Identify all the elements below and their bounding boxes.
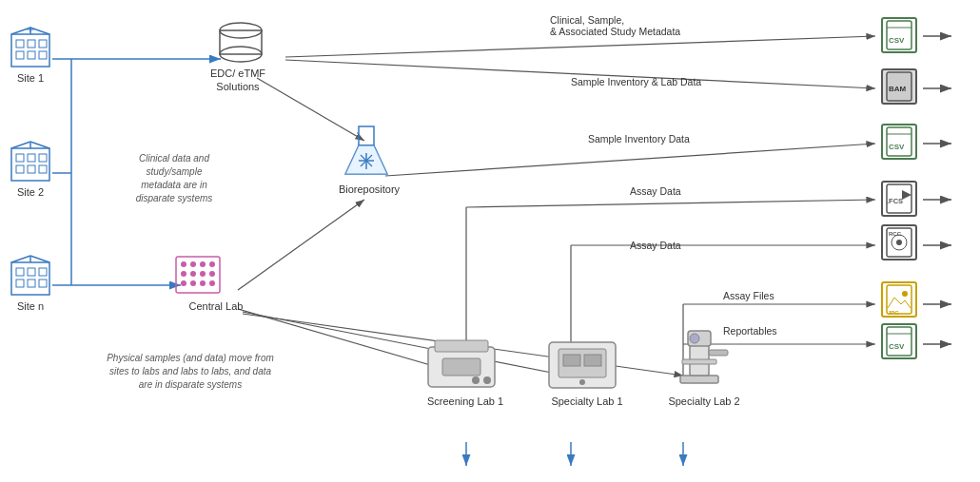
building-icon <box>10 255 51 297</box>
flow-label-assay-files: Assay Files <box>723 290 774 301</box>
csv-icon: CSV <box>885 325 913 357</box>
site2-label: Site 2 <box>17 185 44 199</box>
svg-point-92 <box>483 376 491 384</box>
svg-rect-55 <box>11 262 49 295</box>
svg-line-17 <box>385 144 875 176</box>
svg-point-120 <box>902 291 908 297</box>
svg-rect-59 <box>16 280 24 287</box>
svg-rect-34 <box>16 40 24 48</box>
svg-rect-61 <box>39 280 47 287</box>
svg-point-77 <box>190 261 196 267</box>
svg-line-63 <box>30 256 49 262</box>
svg-rect-96 <box>584 355 601 366</box>
svg-point-82 <box>200 271 206 277</box>
svg-rect-60 <box>28 280 35 287</box>
svg-line-11 <box>243 312 566 376</box>
biorepository-label: Biorepository <box>331 183 407 196</box>
biorepository-icon <box>338 122 395 182</box>
specialty-lab1-machine-icon <box>544 337 620 390</box>
svg-rect-39 <box>39 51 47 59</box>
file-badge-csv1: CSV <box>881 17 917 53</box>
diagram: Site 1 Site 2 Si <box>0 0 980 482</box>
edc-icon <box>217 21 265 67</box>
jpg-icon: JPG <box>885 283 913 316</box>
svg-point-85 <box>190 280 196 286</box>
svg-rect-46 <box>16 154 24 162</box>
svg-rect-45 <box>11 148 49 181</box>
svg-line-62 <box>11 256 30 262</box>
svg-rect-57 <box>28 268 35 276</box>
clinical-data-note: Clinical data andstudy/samplemetadata ar… <box>103 152 245 205</box>
svg-rect-101 <box>709 350 728 356</box>
database-icon <box>217 21 265 64</box>
file-badge-csv2: CSV <box>881 124 917 160</box>
svg-point-78 <box>200 261 206 267</box>
svg-point-87 <box>209 280 215 286</box>
svg-rect-122 <box>887 327 911 356</box>
svg-point-117 <box>896 240 902 245</box>
svg-point-84 <box>181 280 186 286</box>
csv-icon: CSV <box>885 125 913 158</box>
svg-marker-114 <box>902 190 911 200</box>
svg-rect-58 <box>39 268 47 276</box>
rcc-icon: RCC <box>885 226 913 259</box>
svg-line-9 <box>238 200 364 290</box>
svg-rect-56 <box>16 268 24 276</box>
flow-label-assay-data-2: Assay Data <box>630 240 681 251</box>
specialty-lab1-icon <box>544 337 620 393</box>
site1-label: Site 1 <box>17 71 44 85</box>
building-icon <box>10 27 51 68</box>
central-lab-icon <box>174 255 222 300</box>
svg-text:CSV: CSV <box>889 143 905 151</box>
svg-text:CSV: CSV <box>889 342 905 351</box>
svg-line-20 <box>466 200 875 207</box>
svg-rect-37 <box>16 51 24 59</box>
svg-point-81 <box>190 271 196 277</box>
siten-label: Site n <box>17 299 44 313</box>
specialty-lab1-label: Specialty Lab 1 <box>544 395 630 408</box>
svg-line-52 <box>11 142 30 148</box>
file-badge-csv3: CSV <box>881 323 917 359</box>
edc-label: EDC/ eTMF Solutions <box>190 67 285 94</box>
csv-icon: CSV <box>885 19 913 51</box>
svg-rect-48 <box>39 154 47 162</box>
svg-rect-66 <box>220 30 262 54</box>
flow-label-clinical-metadata: Clinical, Sample,& Associated Study Meta… <box>550 14 680 37</box>
file-badge-fcs: .FCS <box>881 181 917 217</box>
siten-icon <box>10 255 51 297</box>
svg-rect-89 <box>435 340 488 352</box>
svg-rect-47 <box>28 154 35 162</box>
svg-rect-38 <box>28 51 35 59</box>
central-lab-label: Central Lab <box>183 299 249 313</box>
svg-rect-51 <box>39 165 47 173</box>
svg-point-83 <box>209 271 215 277</box>
svg-point-80 <box>181 271 186 277</box>
screening-lab1-icon <box>423 337 500 393</box>
fcs-icon: .FCS <box>885 183 913 215</box>
svg-rect-103 <box>682 359 716 364</box>
flow-label-sample-inventory-lab: Sample Inventory & Lab Data <box>571 76 701 87</box>
svg-rect-50 <box>28 165 35 173</box>
svg-text:JPG: JPG <box>888 310 899 316</box>
svg-point-79 <box>209 261 215 267</box>
building-icon <box>10 141 51 183</box>
svg-rect-49 <box>16 165 24 173</box>
bam-icon: BAM <box>885 70 913 103</box>
svg-rect-104 <box>887 21 911 49</box>
svg-point-91 <box>472 376 480 384</box>
svg-line-40 <box>11 28 30 34</box>
screening-lab1-machine-icon <box>423 337 500 390</box>
screening-lab1-label: Screening Lab 1 <box>422 395 508 408</box>
svg-text:BAM: BAM <box>889 85 907 93</box>
flow-label-assay-data-1: Assay Data <box>630 185 681 197</box>
svg-text:CSV: CSV <box>889 36 905 45</box>
file-badge-jpg: JPG <box>881 281 917 318</box>
site2-icon <box>10 141 51 183</box>
svg-line-13 <box>285 36 875 57</box>
site1-icon <box>10 27 51 68</box>
svg-line-53 <box>30 142 49 148</box>
svg-text:.FCS: .FCS <box>887 197 903 205</box>
svg-rect-95 <box>563 355 580 366</box>
svg-rect-68 <box>359 126 374 145</box>
svg-text:RCC: RCC <box>889 231 902 237</box>
